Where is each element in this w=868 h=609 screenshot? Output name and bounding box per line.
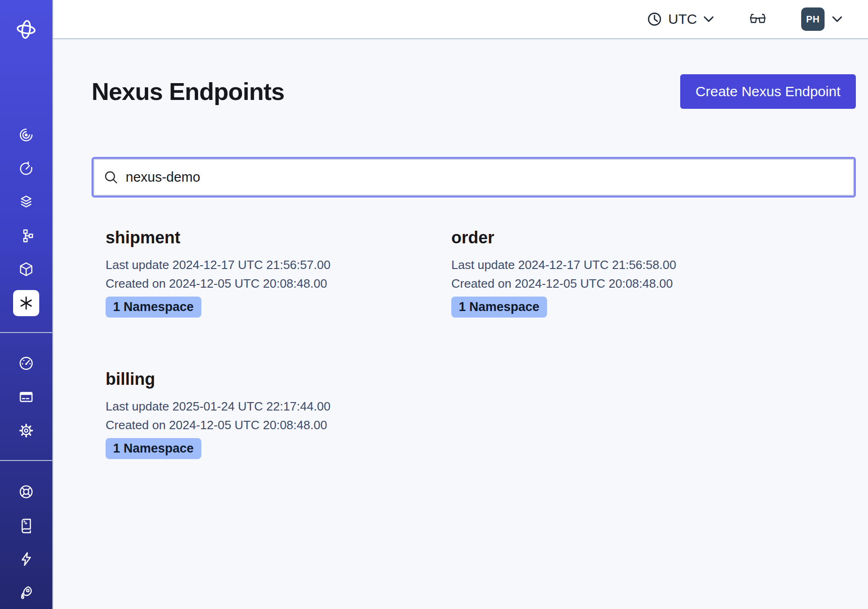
lightning-icon — [18, 551, 34, 567]
sidebar-item-feedback[interactable] — [13, 546, 39, 572]
search-input[interactable] — [126, 170, 844, 185]
sidebar-item-workflows[interactable] — [13, 122, 39, 148]
sidebar-item-settings[interactable] — [13, 418, 39, 444]
timezone-selector[interactable]: UTC — [647, 11, 714, 27]
main-area: UTC PH Nexus Endpoints Create Nexus En — [53, 0, 868, 609]
sidebar-item-deployments[interactable] — [13, 223, 39, 249]
search-box[interactable] — [92, 157, 856, 198]
nexus-icon — [18, 295, 34, 311]
sidebar-item-getting-started[interactable] — [13, 580, 39, 606]
namespaces-icon — [18, 262, 34, 277]
sidebar-divider — [0, 460, 53, 461]
page-title: Nexus Endpoints — [92, 78, 285, 106]
deployments-icon — [18, 228, 34, 244]
endpoint-card[interactable]: billing Last update 2025-01-24 UTC 22:17… — [106, 369, 451, 459]
sidebar-item-docs[interactable] — [13, 512, 39, 538]
endpoint-card[interactable]: order Last update 2024-12-17 UTC 21:56:5… — [451, 227, 797, 318]
sidebar-item-support[interactable] — [13, 479, 39, 505]
top-bar: UTC PH — [53, 0, 868, 39]
chevron-down-icon — [832, 16, 843, 22]
support-icon — [18, 484, 34, 500]
endpoint-card[interactable]: shipment Last update 2024-12-17 UTC 21:5… — [106, 227, 451, 318]
endpoint-created: Created on 2024-12-05 UTC 20:08:48.00 — [106, 416, 451, 434]
endpoint-name[interactable]: order — [451, 227, 797, 248]
glasses-icon — [749, 13, 767, 26]
chevron-down-icon — [703, 16, 714, 22]
endpoint-name[interactable]: shipment — [106, 227, 451, 248]
content: Nexus Endpoints Create Nexus Endpoint sh… — [53, 39, 868, 609]
sidebar-item-batch-operations[interactable] — [13, 189, 39, 215]
labs-mode-toggle[interactable] — [749, 13, 767, 26]
schedules-icon — [18, 161, 34, 177]
avatar[interactable]: PH — [801, 7, 825, 31]
docs-icon — [18, 517, 34, 533]
temporal-logo[interactable] — [15, 19, 37, 40]
sidebar-item-usage[interactable] — [13, 350, 39, 376]
page-header: Nexus Endpoints Create Nexus Endpoint — [92, 74, 856, 109]
endpoint-name[interactable]: billing — [106, 369, 451, 389]
sidebar-item-nexus[interactable] — [13, 290, 39, 316]
batch-operations-icon — [18, 194, 34, 210]
sidebar-item-namespaces[interactable] — [13, 256, 39, 283]
create-nexus-endpoint-button[interactable]: Create Nexus Endpoint — [680, 74, 856, 109]
namespace-badge: 1 Namespace — [106, 438, 201, 459]
namespace-badge: 1 Namespace — [106, 297, 201, 318]
settings-icon — [18, 423, 34, 439]
endpoint-last-update: Last update 2024-12-17 UTC 21:56:57.00 — [106, 255, 451, 274]
account-menu[interactable]: PH — [801, 7, 843, 31]
rocket-icon — [18, 585, 34, 601]
sidebar-nav-primary — [13, 122, 39, 316]
sidebar-nav-help — [13, 479, 39, 606]
endpoint-last-update: Last update 2025-01-24 UTC 22:17:44.00 — [106, 397, 451, 416]
sidebar-item-schedules[interactable] — [13, 156, 39, 182]
timezone-label: UTC — [668, 11, 697, 27]
namespace-badge: 1 Namespace — [451, 297, 547, 318]
usage-icon — [18, 355, 34, 371]
billing-icon — [18, 389, 34, 405]
sidebar-divider — [0, 332, 53, 333]
workflows-icon — [18, 127, 34, 143]
endpoint-last-update: Last update 2024-12-17 UTC 21:56:58.00 — [451, 255, 797, 274]
clock-icon — [647, 12, 662, 27]
search-icon — [104, 170, 119, 185]
sidebar-item-billing[interactable] — [13, 384, 39, 410]
endpoint-created: Created on 2024-12-05 UTC 20:08:48.00 — [451, 274, 797, 293]
sidebar-nav-account — [13, 350, 39, 444]
endpoints-grid: shipment Last update 2024-12-17 UTC 21:5… — [92, 227, 856, 459]
sidebar — [0, 0, 53, 609]
endpoint-created: Created on 2024-12-05 UTC 20:08:48.00 — [106, 274, 451, 293]
